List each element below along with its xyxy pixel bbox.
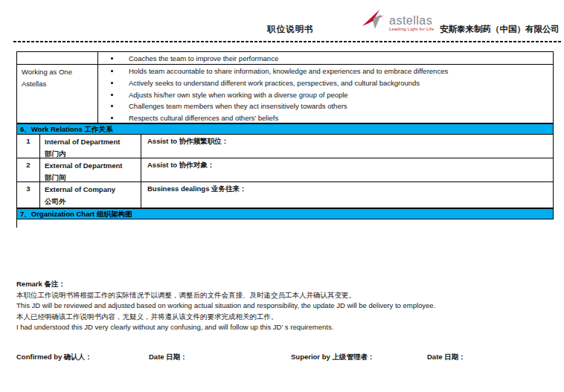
list-item: Respects cultural differences and others… <box>98 112 553 124</box>
list-item: Coaches the team to improve their perfor… <box>98 53 553 65</box>
astellas-logo: astellas Leading Light for Life <box>362 8 434 32</box>
competency-label: Working as One Astellas <box>17 65 98 123</box>
bullet-icon <box>111 70 113 72</box>
company-name: 安斯泰来制药（中国）有限公司 <box>440 24 560 35</box>
bullet-icon <box>111 82 113 84</box>
header-divider <box>13 41 562 42</box>
row-label-en: Internal of Department <box>45 136 136 148</box>
row-number: 2 <box>17 158 40 184</box>
bullet-text: Challenges team members when they act in… <box>129 102 347 110</box>
table-row: Coaches the team to improve their perfor… <box>17 52 553 65</box>
bullet-text: Coaches the team to improve their perfor… <box>129 54 278 62</box>
table-row: 3 External of Company 公司外 Business deali… <box>17 182 553 207</box>
section-header-work-relations: 6、Work Relations 工作关系 <box>16 123 554 135</box>
row-label-cn: 部门内 <box>45 148 136 160</box>
table-row: 1 Internal of Department 部门内 Assist to 协… <box>17 135 553 158</box>
remark-heading: Remark 备注： <box>16 279 554 290</box>
remark-block: Remark 备注： 本职位工作说明书将根据工作的实际情况予以调整，调整后的文件… <box>16 279 554 333</box>
bullet-icon <box>111 117 113 119</box>
list-item: Holds team accountable to share informat… <box>98 65 553 77</box>
astellas-star-icon <box>362 8 388 32</box>
list-item: Actively seeks to understand different w… <box>98 77 553 89</box>
bullet-icon <box>111 94 113 96</box>
bullet-icon <box>111 105 113 107</box>
table-border-stub <box>16 219 17 228</box>
bullet-text: Respects cultural differences and others… <box>129 114 278 122</box>
remark-line: This JD will be reviewed and adjusted ba… <box>16 301 554 312</box>
row-label-cn: 部门间 <box>45 172 136 184</box>
logo-text: astellas Leading Light for Life <box>389 15 434 32</box>
section-header-org-chart: 7、Organization Chart 组织架构图 <box>16 208 554 219</box>
competency-label-empty <box>17 52 98 65</box>
competency-table: Coaches the team to improve their perfor… <box>16 51 554 123</box>
bullet-text: Adjusts his/her own style when working w… <box>129 91 348 99</box>
row-number: 3 <box>17 182 40 208</box>
row-label: Internal of Department 部门内 <box>40 135 141 161</box>
bullet-text: Actively seeks to understand different w… <box>129 79 420 87</box>
row-content: Assist to 协作对象： <box>141 158 553 184</box>
table-row: 2 External of Department 部门间 Assist to 协… <box>17 158 553 182</box>
signature-superior-by-label: Superior by 上级管理者： <box>291 353 374 362</box>
table-row: Working as One Astellas Holds team accou… <box>17 65 553 123</box>
remark-line: I had understood this JD very clearly wi… <box>16 322 554 333</box>
bullet-icon <box>111 57 113 60</box>
signature-confirmed-by-label: Confirmed by 确认人： <box>16 353 92 362</box>
row-label: External of Company 公司外 <box>40 182 141 208</box>
logo-tagline-text: Leading Light for Life <box>389 27 434 32</box>
list-item: Challenges team members when they act in… <box>98 100 553 112</box>
row-label-en: External of Department <box>45 160 136 172</box>
list-item: Adjusts his/her own style when working w… <box>98 89 553 100</box>
signature-date-left-label: Date 日期： <box>149 353 188 362</box>
signature-date-right-label: Date 日期： <box>427 353 466 362</box>
row-label-en: External of Company <box>45 184 136 196</box>
logo-brand-text: astellas <box>389 15 434 27</box>
remark-line: 本人已经明确该工作说明书内容，无疑义，并将遵从该文件的要求完成相关的工作。 <box>16 312 554 323</box>
row-content: Business dealings 业务往来： <box>141 182 553 208</box>
bullet-text: Holds team accountable to share informat… <box>129 67 448 75</box>
work-relations-table: 1 Internal of Department 部门内 Assist to 协… <box>16 135 554 208</box>
row-number: 1 <box>17 135 40 161</box>
remark-line: 本职位工作说明书将根据工作的实际情况予以调整，调整后的文件会直接、及时递交员工本… <box>16 290 554 301</box>
page-title: 职位说明书 <box>267 24 314 35</box>
row-label-cn: 公司外 <box>45 196 136 208</box>
row-label: External of Department 部门间 <box>40 158 141 184</box>
row-content: Assist to 协作频繁职位： <box>141 135 553 161</box>
